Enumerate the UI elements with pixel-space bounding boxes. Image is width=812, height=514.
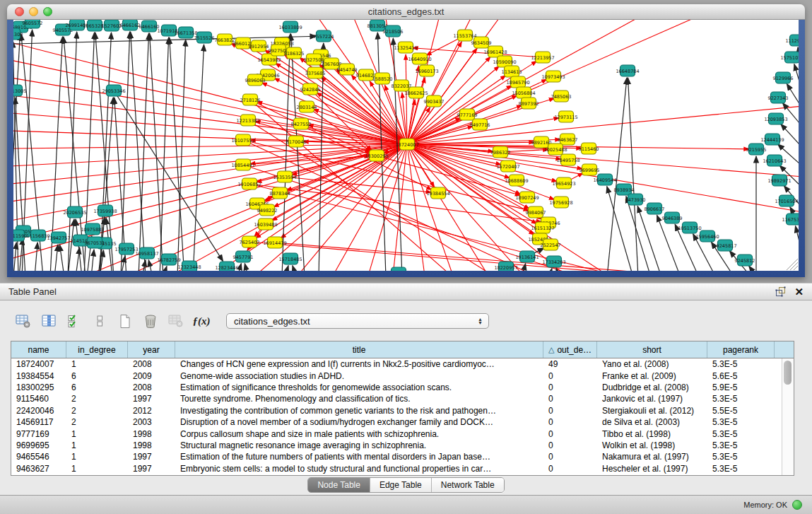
network-node[interactable]: 29053346 <box>102 85 125 96</box>
network-node[interactable]: 8906617 <box>645 203 665 214</box>
network-node[interactable]: 9046389 <box>662 212 683 223</box>
network-node[interactable]: 10958137 <box>135 247 158 259</box>
network-node[interactable]: 10513750 <box>678 222 701 233</box>
network-node[interactable]: 11325419 <box>394 42 417 53</box>
network-node[interactable]: 12823446 <box>215 262 238 271</box>
network-node[interactable]: 19245817 <box>713 240 736 251</box>
network-node[interactable]: 1527602 <box>102 20 122 31</box>
table-row[interactable]: 1830029562008Estimation of significance … <box>11 382 782 393</box>
network-node[interactable]: 15751074 <box>780 52 799 63</box>
network-node[interactable]: 11675349 <box>782 214 799 225</box>
table-row[interactable]: 2242004622012Investigating the contribut… <box>11 405 782 416</box>
network-node[interactable]: 6473930 <box>625 194 646 205</box>
table-columns-icon[interactable] <box>38 310 59 332</box>
network-node[interactable]: 10854491 <box>231 159 254 170</box>
network-node[interactable]: 16210643 <box>763 155 786 166</box>
network-node[interactable]: 6466162 <box>120 20 141 30</box>
canvas-resize-grip[interactable] <box>787 259 798 270</box>
table-settings-icon[interactable] <box>13 310 34 332</box>
network-node[interactable]: 9605572 <box>23 20 43 28</box>
column-header-in_degree[interactable]: in_degree <box>66 341 128 358</box>
network-node[interactable]: 8427552 <box>291 118 312 129</box>
network-node[interactable]: 9670531 <box>85 237 105 248</box>
column-header-out_de[interactable]: △out_de… <box>543 341 597 358</box>
network-node[interactable]: 8454749 <box>337 64 358 75</box>
table-row[interactable]: 1938455462009Genome-wide association stu… <box>11 370 782 381</box>
network-node[interactable]: 17359938 <box>93 205 117 216</box>
table-row[interactable]: 946554611997Estimation of the future num… <box>11 451 782 462</box>
tab-network-table[interactable]: Network Table <box>432 478 504 492</box>
network-canvas[interactable]: 1872400776638228660128891295416543982234… <box>13 20 799 271</box>
network-node[interactable]: 8878344 <box>270 187 290 199</box>
network-node[interactable]: 7625402 <box>240 236 260 247</box>
network-node[interactable]: 19892971 <box>767 175 791 186</box>
row-height-icon[interactable] <box>89 310 110 332</box>
network-node[interactable]: 12823448 <box>387 267 410 271</box>
network-node[interactable]: 15720407 <box>496 160 519 172</box>
table-row[interactable]: 969969511998Structural magnetic resonanc… <box>11 440 782 451</box>
network-node[interactable]: 3375685 <box>305 67 326 78</box>
network-node[interactable]: 12323448 <box>177 261 201 271</box>
column-header-title[interactable]: title <box>175 341 543 358</box>
column-header-year[interactable]: year <box>128 341 175 358</box>
zoom-window-button[interactable] <box>43 7 52 16</box>
network-node[interactable]: 2803144 <box>297 101 317 112</box>
table-row[interactable]: 946362711997Embryonic stem cells: a mode… <box>11 463 782 474</box>
network-node[interactable]: 8912954 <box>249 40 269 52</box>
network-window-titlebar[interactable]: citations_edges.txt <box>7 4 805 20</box>
network-node[interactable]: 10688609 <box>505 175 528 186</box>
float-panel-icon[interactable] <box>775 286 786 297</box>
table-selector-dropdown[interactable]: citations_edges.txt ▲▼ <box>226 313 489 329</box>
network-node[interactable]: 9242845 <box>300 83 321 95</box>
network-node[interactable]: 1588520 <box>372 73 393 84</box>
column-header-name[interactable]: name <box>11 341 66 358</box>
close-window-button[interactable] <box>15 7 24 16</box>
network-node[interactable]: 2522547 <box>541 239 561 250</box>
tab-node-table[interactable]: Node Table <box>308 478 370 492</box>
network-node[interactable]: 8497716 <box>470 119 490 130</box>
network-node[interactable]: 12973115 <box>554 111 577 122</box>
network-node[interactable]: 12093853 <box>764 113 787 124</box>
delete-rows-icon[interactable] <box>140 310 161 332</box>
select-columns-icon[interactable] <box>64 310 85 332</box>
table-row[interactable]: 977716911998Corpus callosum shape and si… <box>11 428 782 439</box>
table-row[interactable]: 1456911722003Disruption of a novel membe… <box>11 416 782 428</box>
network-node[interactable]: 20206535 <box>63 206 86 218</box>
network-node[interactable]: 9129966 <box>773 72 794 83</box>
network-node[interactable]: 9896063 <box>245 74 266 86</box>
network-node[interactable]: 9245812 <box>735 255 755 266</box>
network-node[interactable]: 9457791 <box>233 251 254 262</box>
tab-edge-table[interactable]: Edge Table <box>370 478 432 492</box>
function-builder-icon[interactable]: ƒ(x) <box>191 310 212 332</box>
new-table-icon[interactable] <box>114 310 136 332</box>
network-node[interactable]: 16033809 <box>278 21 302 33</box>
column-header-short[interactable]: short <box>597 341 707 358</box>
table-row[interactable]: 1872400712008Changes of HCN gene express… <box>11 358 782 370</box>
network-node[interactable]: 6466160 <box>139 21 160 32</box>
network-node[interactable]: 9218506 <box>383 25 404 37</box>
column-header-pagerank[interactable]: pagerank <box>707 341 775 358</box>
network-node[interactable]: 8897392 <box>519 98 539 109</box>
network-node[interactable]: 17016504 <box>775 195 798 206</box>
network-node[interactable]: 9903437 <box>424 95 445 107</box>
network-node[interactable]: 1134613 <box>502 66 522 77</box>
minimize-window-button[interactable] <box>29 7 38 16</box>
network-node[interactable]: 11129993 <box>785 35 799 46</box>
network-node[interactable]: 16409544 <box>593 174 616 185</box>
network-node[interactable]: 12213957 <box>531 52 554 63</box>
network-node[interactable]: 7485063 <box>551 90 572 102</box>
network-node[interactable]: 9115460 <box>579 143 599 154</box>
network-node[interactable]: 9498222 <box>257 204 278 216</box>
table-row[interactable]: 911546021997Tourette syndrome. Phenomeno… <box>11 393 782 404</box>
network-node[interactable]: 8170040 <box>286 136 307 147</box>
network-node[interactable]: 20513005 <box>13 85 27 96</box>
network-node[interactable]: 8186325 <box>284 47 305 59</box>
network-node[interactable]: 16648784 <box>616 65 639 76</box>
network-node[interactable]: 15956460 <box>695 230 719 242</box>
network-node[interactable]: 9984067 <box>526 206 546 218</box>
close-panel-icon[interactable]: ✕ <box>794 286 804 297</box>
network-node[interactable]: 7515526 <box>194 32 215 43</box>
network-node[interactable]: 19756928 <box>549 197 572 208</box>
network-node[interactable]: 16039489 <box>254 218 277 230</box>
network-node[interactable]: 7663822 <box>215 34 235 45</box>
